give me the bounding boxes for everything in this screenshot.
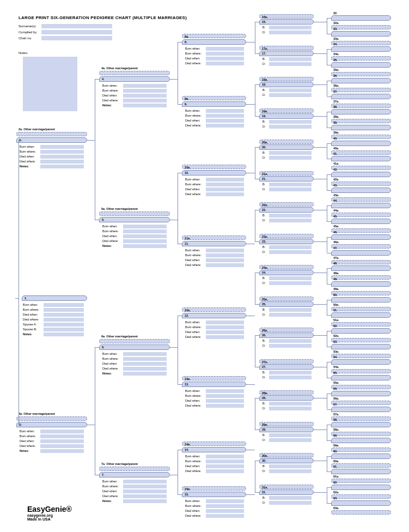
value-field[interactable]	[123, 84, 167, 88]
alt-name-field[interactable]	[331, 432, 391, 436]
alt-name-field[interactable]	[331, 182, 391, 186]
value-field[interactable]	[123, 372, 167, 376]
name-field[interactable]: 22.	[259, 207, 314, 213]
name-field[interactable]	[331, 94, 391, 99]
value-field[interactable]	[269, 62, 312, 66]
name-field[interactable]: 27.	[259, 364, 314, 370]
value-field[interactable]	[206, 109, 244, 113]
value-field[interactable]	[40, 155, 84, 159]
alt-name-field[interactable]: 19a.	[259, 108, 314, 113]
value-field[interactable]	[269, 120, 312, 124]
name-field[interactable]: 7.	[99, 472, 170, 477]
alt-name-field[interactable]	[331, 448, 391, 452]
value-field[interactable]	[206, 124, 244, 128]
name-field[interactable]: 1.	[22, 295, 87, 301]
name-field[interactable]	[331, 407, 391, 412]
value-field[interactable]	[206, 188, 244, 191]
value-field[interactable]	[123, 499, 167, 503]
alt-name-field[interactable]: 26a.	[259, 328, 314, 332]
alt-name-field[interactable]: 21a.	[259, 171, 314, 176]
value-field[interactable]	[269, 276, 312, 280]
value-field[interactable]	[269, 496, 312, 500]
value-field[interactable]	[269, 57, 312, 61]
name-field[interactable]	[331, 172, 391, 177]
name-field[interactable]	[331, 297, 391, 303]
value-field[interactable]	[206, 399, 244, 403]
value-field[interactable]	[269, 469, 312, 473]
value-field[interactable]	[206, 394, 244, 398]
value-field[interactable]	[269, 376, 312, 379]
name-field[interactable]: 30.	[259, 458, 314, 463]
name-field[interactable]: 5.	[99, 217, 170, 222]
name-field[interactable]	[331, 281, 391, 287]
alt-name-field[interactable]: 18a.	[259, 77, 314, 81]
alt-name-field[interactable]	[99, 211, 170, 216]
value-field[interactable]	[206, 62, 244, 65]
value-field[interactable]	[269, 125, 312, 129]
name-field[interactable]	[331, 46, 391, 52]
value-field[interactable]	[123, 367, 167, 371]
name-field[interactable]: 12.	[182, 313, 246, 318]
value-field[interactable]	[269, 151, 312, 155]
alt-name-field[interactable]: 17a.	[259, 46, 314, 50]
surname-field[interactable]	[41, 24, 112, 28]
value-field[interactable]	[269, 313, 312, 317]
alt-name-field[interactable]: 8a.	[182, 34, 246, 38]
value-field[interactable]	[269, 183, 312, 186]
value-field[interactable]	[269, 31, 312, 34]
value-field[interactable]	[269, 433, 312, 437]
value-field[interactable]	[123, 234, 167, 238]
name-field[interactable]: 16.	[259, 19, 314, 25]
alt-name-field[interactable]	[331, 228, 391, 233]
value-field[interactable]	[206, 514, 244, 518]
alt-name-field[interactable]	[331, 197, 391, 202]
alt-name-field[interactable]	[331, 275, 391, 280]
alt-name-field[interactable]	[331, 25, 391, 29]
name-field[interactable]	[331, 141, 391, 146]
notes-box[interactable]	[23, 57, 77, 111]
value-field[interactable]	[206, 114, 244, 118]
name-field[interactable]	[331, 78, 391, 83]
value-field[interactable]	[206, 57, 244, 61]
value-field[interactable]	[123, 244, 167, 248]
name-field[interactable]: 21.	[259, 176, 314, 182]
name-field[interactable]	[331, 219, 391, 224]
name-field[interactable]	[331, 109, 391, 114]
alt-name-field[interactable]	[331, 369, 391, 373]
alt-name-field[interactable]	[331, 401, 391, 405]
name-field[interactable]: 4.	[99, 76, 170, 82]
name-field[interactable]: 6.	[99, 344, 170, 350]
alt-name-field[interactable]: 16a.	[259, 14, 314, 19]
name-field[interactable]	[331, 203, 391, 208]
name-field[interactable]	[331, 485, 391, 490]
value-field[interactable]	[206, 249, 244, 252]
alt-name-field[interactable]	[331, 385, 391, 389]
alt-name-field[interactable]	[16, 132, 87, 136]
value-field[interactable]	[206, 404, 244, 408]
name-field[interactable]	[331, 265, 391, 271]
value-field[interactable]	[123, 494, 167, 498]
alt-name-field[interactable]: 13a.	[182, 376, 246, 380]
value-field[interactable]	[123, 489, 167, 493]
name-field[interactable]: 2.	[16, 137, 87, 143]
alt-name-field[interactable]: 22a.	[259, 202, 314, 207]
alt-name-field[interactable]: 27a.	[259, 359, 314, 364]
value-field[interactable]	[206, 325, 244, 329]
alt-name-field[interactable]	[331, 104, 391, 108]
alt-name-field[interactable]: 15a.	[182, 486, 246, 491]
name-field[interactable]	[331, 234, 391, 240]
value-field[interactable]	[206, 47, 244, 51]
value-field[interactable]	[206, 464, 244, 468]
alt-name-field[interactable]: 14a.	[182, 442, 246, 446]
name-field[interactable]	[331, 15, 391, 21]
name-field[interactable]	[331, 328, 391, 334]
alt-name-field[interactable]: 30a.	[259, 453, 314, 457]
value-field[interactable]	[269, 464, 312, 468]
alt-name-field[interactable]: 29a.	[259, 422, 314, 426]
alt-name-field[interactable]: 10a.	[182, 165, 246, 169]
value-field[interactable]	[206, 509, 244, 513]
name-field[interactable]: 24.	[259, 270, 314, 275]
alt-name-field[interactable]	[331, 494, 391, 499]
alt-name-field[interactable]	[331, 88, 391, 92]
value-field[interactable]	[206, 178, 244, 182]
